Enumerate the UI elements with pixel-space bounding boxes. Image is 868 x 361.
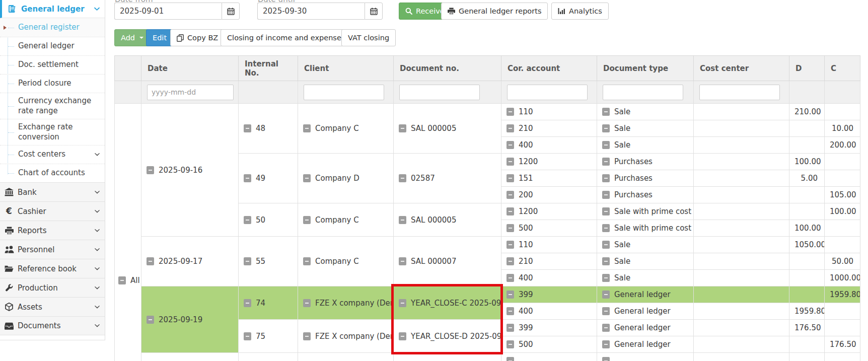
row-toggle-icon[interactable] xyxy=(507,207,514,215)
row-toggle-icon[interactable] xyxy=(507,274,514,282)
row-toggle-icon[interactable] xyxy=(507,357,514,361)
date-filter-input[interactable] xyxy=(147,85,234,100)
row-toggle-icon[interactable] xyxy=(602,191,610,199)
doctype-cell[interactable]: Sale with prime cost xyxy=(597,220,694,237)
header-client[interactable]: Client xyxy=(298,56,394,81)
costcenter-cell[interactable] xyxy=(694,270,789,286)
vat-closing-button[interactable]: VAT closing xyxy=(341,29,396,46)
credit-cell[interactable]: 1000.00 xyxy=(825,270,860,286)
docno-cell[interactable]: YEAR_CLOSE-C 2025-09-19 xyxy=(394,286,501,320)
credit-cell[interactable]: 1959.80 xyxy=(825,286,860,303)
doctype-cell[interactable]: Sale xyxy=(597,137,694,154)
row-toggle-icon[interactable] xyxy=(507,141,514,149)
doctype-cell[interactable]: Sale xyxy=(597,120,694,137)
row-toggle-icon[interactable] xyxy=(507,191,514,199)
row-toggle-icon[interactable] xyxy=(507,324,514,332)
sidebar-item-general-ledger[interactable]: General ledger xyxy=(0,37,105,55)
account-cell[interactable]: 110 xyxy=(501,237,597,253)
debit-cell[interactable]: 176.50 xyxy=(789,320,825,336)
header-document-type[interactable]: Document type xyxy=(597,56,694,81)
doctype-cell[interactable]: General ledger xyxy=(597,336,694,353)
client-cell[interactable]: Company D xyxy=(298,154,394,203)
row-toggle-icon[interactable] xyxy=(244,124,251,132)
sidebar-item-currency-exchange-rate-range[interactable]: Currency exchange rate range xyxy=(0,93,105,119)
costcenter-cell[interactable] xyxy=(694,237,789,253)
costcenter-cell[interactable] xyxy=(694,303,789,320)
sidebar-section-reports[interactable]: Reports xyxy=(0,221,105,240)
credit-cell[interactable]: 10.00 xyxy=(825,120,860,137)
costcenter-cell[interactable] xyxy=(694,154,789,170)
row-toggle-icon[interactable] xyxy=(399,257,406,265)
sidebar-section-assets[interactable]: Assets xyxy=(0,297,105,316)
internal-cell[interactable] xyxy=(239,353,298,361)
row-toggle-icon[interactable] xyxy=(507,224,514,232)
account-cell[interactable]: 200 xyxy=(501,187,597,203)
account-cell[interactable]: 1200 xyxy=(501,154,597,170)
row-toggle-icon[interactable] xyxy=(602,141,610,149)
docno-cell[interactable]: YEAR_CLOSE-D 2025-09-19 xyxy=(394,320,501,353)
account-cell[interactable] xyxy=(501,353,597,361)
debit-cell[interactable]: 1959.80 xyxy=(789,303,825,320)
row-toggle-icon[interactable] xyxy=(507,108,514,116)
sidebar-item-cost-centers[interactable]: Cost centers xyxy=(0,145,105,164)
row-toggle-icon[interactable] xyxy=(507,241,514,249)
row-toggle-icon[interactable] xyxy=(399,174,406,182)
row-toggle-icon[interactable] xyxy=(303,124,311,132)
row-toggle-icon[interactable] xyxy=(507,307,514,315)
doctype-cell[interactable]: Purchases xyxy=(597,187,694,203)
row-toggle-icon[interactable] xyxy=(602,340,610,348)
client-cell[interactable]: FZE X company (Demo) xyxy=(298,320,394,353)
row-toggle-icon[interactable] xyxy=(602,241,610,249)
account-cell[interactable]: 1200 xyxy=(501,203,597,220)
account-cell[interactable]: 110 xyxy=(501,104,597,120)
account-cell[interactable]: 399 xyxy=(501,286,597,303)
internal-cell[interactable]: 75 xyxy=(239,320,298,353)
costcenter-cell[interactable] xyxy=(694,137,789,154)
row-toggle-icon[interactable] xyxy=(507,257,514,265)
edit-button[interactable]: Edit xyxy=(146,29,173,46)
costcenter-cell[interactable] xyxy=(694,336,789,353)
debit-cell[interactable] xyxy=(789,137,825,154)
row-toggle-icon[interactable] xyxy=(244,299,251,307)
docno-cell[interactable] xyxy=(394,353,501,361)
sidebar-item-exchange-rate-conversion[interactable]: Exchange rate conversion xyxy=(0,119,105,145)
row-toggle-icon[interactable] xyxy=(399,216,406,224)
date-cell[interactable]: 2025-09-19 xyxy=(141,286,239,353)
costcenter-cell[interactable] xyxy=(694,253,789,270)
copy-bz-button[interactable]: Copy BZ xyxy=(170,29,225,46)
debit-cell[interactable]: 100.00 xyxy=(789,154,825,170)
account-cell[interactable]: 500 xyxy=(501,220,597,237)
row-toggle-icon[interactable] xyxy=(399,332,406,340)
costcenter-cell[interactable] xyxy=(694,104,789,120)
row-toggle-icon[interactable] xyxy=(147,316,154,324)
row-toggle-icon[interactable] xyxy=(602,174,610,182)
internal-cell[interactable]: 50 xyxy=(239,203,298,237)
debit-cell[interactable] xyxy=(789,253,825,270)
closing-income-expenses-button[interactable]: Closing of income and expenses xyxy=(221,29,351,46)
costcenter-cell[interactable] xyxy=(694,220,789,237)
doctype-cell[interactable]: General ledger xyxy=(597,320,694,336)
row-toggle-icon[interactable] xyxy=(303,299,311,307)
date-until-input[interactable] xyxy=(257,3,365,20)
doctype-cell[interactable]: Sale xyxy=(597,270,694,286)
doctype-cell[interactable]: Sale xyxy=(597,237,694,253)
sidebar-section-bank[interactable]: Bank xyxy=(0,182,105,201)
row-toggle-icon[interactable] xyxy=(399,299,406,307)
client-cell[interactable]: FZE X company (Demo) xyxy=(298,286,394,320)
general-ledger-reports-button[interactable]: General ledger reports xyxy=(441,3,548,20)
add-button[interactable]: Add xyxy=(114,29,150,46)
doctype-cell[interactable]: Sale xyxy=(597,104,694,120)
costcenter-cell[interactable] xyxy=(694,187,789,203)
calendar-icon[interactable] xyxy=(222,3,240,20)
sidebar-item-general-register[interactable]: General register xyxy=(0,18,105,37)
credit-cell[interactable] xyxy=(825,220,860,237)
debit-cell[interactable] xyxy=(789,353,825,361)
client-cell[interactable]: Company C xyxy=(298,104,394,154)
costcenter-cell[interactable] xyxy=(694,286,789,303)
header-document-no[interactable]: Document no. xyxy=(394,56,501,81)
row-toggle-icon[interactable] xyxy=(303,216,311,224)
row-toggle-icon[interactable] xyxy=(602,257,610,265)
row-toggle-icon[interactable] xyxy=(147,166,154,174)
row-toggle-icon[interactable] xyxy=(602,108,610,116)
account-cell[interactable]: 400 xyxy=(501,303,597,320)
